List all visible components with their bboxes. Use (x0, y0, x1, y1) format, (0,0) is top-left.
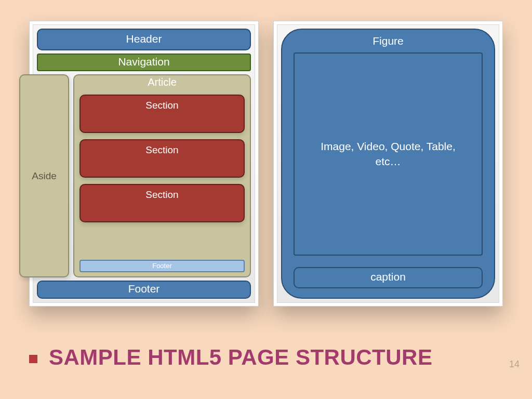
page-number: 14 (509, 359, 520, 370)
right-figure-panel: Figure Image, Video, Quote, Table, etc… … (273, 21, 503, 307)
aside-box: Aside (19, 74, 69, 277)
left-structure-panel: Header Navigation Aside Article Section … (29, 21, 259, 307)
header-box: Header (37, 29, 251, 50)
navigation-box: Navigation (37, 54, 251, 71)
page-footer-box: Footer (37, 281, 251, 299)
slide-title: SAMPLE HTML5 PAGE STRUCTURE (49, 345, 432, 370)
article-title: Article (79, 76, 245, 88)
diagram-panels: Header Navigation Aside Article Section … (0, 0, 532, 307)
caption-box: caption (294, 267, 483, 288)
slide-title-row: SAMPLE HTML5 PAGE STRUCTURE (29, 345, 503, 370)
section-box-1: Section (79, 95, 245, 133)
article-footer-box: Footer (79, 260, 245, 272)
article-box: Article Section Section Section Footer (73, 74, 251, 277)
section-box-3: Section (79, 184, 245, 222)
main-row: Aside Article Section Section Section Fo… (37, 74, 251, 277)
bullet-icon (29, 355, 37, 363)
figure-title: Figure (294, 35, 483, 47)
section-box-2: Section (79, 139, 245, 178)
figure-content-box: Image, Video, Quote, Table, etc… (294, 52, 483, 256)
figure-box: Figure Image, Video, Quote, Table, etc… … (281, 29, 495, 299)
